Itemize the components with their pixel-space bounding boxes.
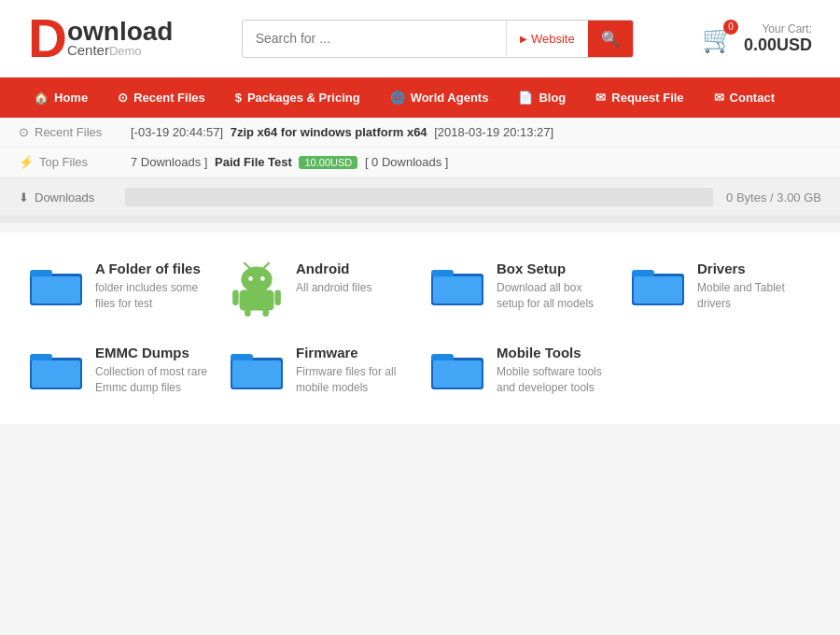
folder-icon-6 bbox=[429, 345, 485, 391]
recent-label: ⊙ Recent Files bbox=[19, 125, 131, 139]
folder-item-4[interactable]: EMMC Dumps Collection of most rare Emmc … bbox=[28, 345, 210, 396]
folder-desc-6: Mobile software tools and developer tool… bbox=[497, 364, 611, 396]
cart-badge: 0 bbox=[723, 20, 738, 35]
folder-info-5: Firmware Firmware files for all mobile m… bbox=[296, 345, 411, 396]
svg-rect-2 bbox=[32, 276, 80, 303]
logo-d: D bbox=[28, 11, 67, 65]
nav-blog[interactable]: 📄Blog bbox=[503, 78, 581, 118]
folder-desc-2: Download all box setup for all models bbox=[497, 280, 611, 312]
lightning-icon: ⚡ bbox=[19, 155, 34, 169]
nav-home[interactable]: 🏠Home bbox=[19, 78, 103, 118]
top-content: 7 Downloads ] Paid File Test 10.00USD [ … bbox=[131, 155, 821, 169]
folder-item-1[interactable]: Android All android files bbox=[229, 261, 411, 317]
svg-line-7 bbox=[263, 263, 269, 269]
logo-centerdemo: CenterDemo bbox=[67, 43, 174, 59]
svg-rect-1 bbox=[30, 270, 52, 277]
folder-desc-0: folder includes some files for test bbox=[95, 280, 210, 312]
svg-point-5 bbox=[260, 276, 265, 281]
folder-icon-0 bbox=[28, 261, 84, 307]
navigation: 🏠Home ⊙Recent Files $Packages & Pricing … bbox=[0, 78, 840, 118]
svg-rect-24 bbox=[232, 360, 281, 388]
svg-rect-14 bbox=[431, 270, 454, 277]
recent-icon: ⊙ bbox=[118, 91, 128, 105]
folder-info-3: Drivers Mobile and Tablet drivers bbox=[697, 261, 812, 312]
dollar-icon: $ bbox=[235, 91, 242, 105]
search-area: Website 🔍 bbox=[242, 20, 634, 58]
folder-item-0[interactable]: A Folder of files folder includes some f… bbox=[28, 261, 210, 317]
svg-point-3 bbox=[241, 266, 272, 292]
svg-rect-21 bbox=[32, 360, 80, 388]
folder-item-3[interactable]: Drivers Mobile and Tablet drivers bbox=[630, 261, 812, 317]
nav-recent-files[interactable]: ⊙Recent Files bbox=[103, 78, 220, 118]
search-button[interactable]: 🔍 bbox=[588, 21, 633, 57]
svg-point-4 bbox=[248, 276, 253, 281]
folder-desc-4: Collection of most rare Emmc dump files bbox=[95, 364, 210, 396]
svg-rect-26 bbox=[431, 354, 454, 361]
cart-label: Your Cart: bbox=[744, 22, 812, 35]
folder-desc-5: Firmware files for all mobile models bbox=[296, 364, 411, 396]
contact-icon: ✉ bbox=[714, 91, 724, 105]
folder-name-5: Firmware bbox=[296, 345, 411, 360]
nav-request-file[interactable]: ✉Request File bbox=[581, 78, 698, 118]
folder-info-1: Android All android files bbox=[296, 261, 411, 296]
top-label: ⚡ Top Files bbox=[19, 155, 131, 169]
header: D ownload CenterDemo Website 🔍 🛒 0 Your … bbox=[0, 0, 840, 78]
folder-icon-4 bbox=[28, 345, 84, 391]
progress-bar-container bbox=[125, 188, 713, 206]
svg-line-6 bbox=[245, 263, 250, 269]
folder-item-2[interactable]: Box Setup Download all box setup for all… bbox=[429, 261, 611, 317]
info-bar: ⊙ Recent Files [-03-19 20:44:57] 7zip x6… bbox=[0, 118, 840, 178]
cart-amount: 0.00USD bbox=[744, 35, 812, 55]
logo: D ownload CenterDemo bbox=[28, 11, 173, 65]
price-badge: 10.00USD bbox=[299, 156, 357, 169]
folder-name-4: EMMC Dumps bbox=[95, 345, 210, 360]
progress-size: 0 Bytes / 3.00 GB bbox=[726, 190, 821, 205]
downloads-bar: ⬇ Downloads 0 Bytes / 3.00 GB bbox=[0, 178, 840, 216]
nav-contact[interactable]: ✉Contact bbox=[699, 78, 790, 118]
nav-world-agents[interactable]: 🌐World Agents bbox=[375, 78, 504, 118]
folders-section: A Folder of files folder includes some f… bbox=[0, 233, 840, 424]
folder-desc-1: All android files bbox=[296, 280, 411, 296]
send-icon: ✉ bbox=[595, 91, 606, 105]
folder-name-3: Drivers bbox=[697, 261, 812, 276]
folder-icon-5 bbox=[229, 345, 285, 391]
svg-rect-15 bbox=[433, 276, 482, 303]
folder-info-6: Mobile Tools Mobile software tools and d… bbox=[497, 345, 611, 396]
svg-rect-27 bbox=[433, 360, 482, 388]
folder-item-6[interactable]: Mobile Tools Mobile software tools and d… bbox=[429, 345, 611, 396]
separator bbox=[0, 216, 840, 223]
svg-rect-12 bbox=[262, 308, 268, 317]
svg-rect-8 bbox=[240, 289, 274, 310]
downloads-label: ⬇ Downloads bbox=[19, 190, 112, 205]
folder-info-2: Box Setup Download all box setup for all… bbox=[497, 261, 611, 312]
recent-content: [-03-19 20:44:57] 7zip x64 for windows p… bbox=[131, 125, 821, 139]
folder-item-5[interactable]: Firmware Firmware files for all mobile m… bbox=[229, 345, 411, 396]
svg-rect-20 bbox=[30, 354, 52, 361]
svg-rect-18 bbox=[634, 276, 682, 303]
folder-info-4: EMMC Dumps Collection of most rare Emmc … bbox=[95, 345, 210, 396]
clock-icon: ⊙ bbox=[19, 125, 29, 139]
folder-name-6: Mobile Tools bbox=[497, 345, 611, 360]
search-input[interactable] bbox=[243, 21, 506, 55]
nav-packages-pricing[interactable]: $Packages & Pricing bbox=[220, 78, 375, 118]
logo-text: ownload CenterDemo bbox=[67, 18, 174, 58]
folder-icon-3 bbox=[630, 261, 686, 307]
svg-rect-9 bbox=[232, 289, 238, 305]
folder-desc-3: Mobile and Tablet drivers bbox=[697, 280, 812, 312]
home-icon: 🏠 bbox=[34, 91, 49, 105]
cart-area: 🛒 0 Your Cart: 0.00USD bbox=[702, 22, 812, 55]
folder-name-2: Box Setup bbox=[497, 261, 611, 276]
cart-text: Your Cart: 0.00USD bbox=[744, 22, 812, 55]
globe-icon: 🌐 bbox=[390, 91, 405, 105]
svg-rect-10 bbox=[274, 289, 280, 305]
svg-rect-23 bbox=[231, 354, 253, 361]
cart-icon-wrap[interactable]: 🛒 0 bbox=[702, 23, 735, 54]
folders-grid: A Folder of files folder includes some f… bbox=[28, 261, 812, 396]
top-files-row: ⚡ Top Files 7 Downloads ] Paid File Test… bbox=[0, 148, 840, 177]
folder-name-1: Android bbox=[296, 261, 411, 276]
folder-info-0: A Folder of files folder includes some f… bbox=[95, 261, 210, 312]
android-icon bbox=[229, 261, 285, 317]
search-website-label[interactable]: Website bbox=[507, 32, 588, 46]
folder-name-0: A Folder of files bbox=[95, 261, 210, 276]
blog-icon: 📄 bbox=[518, 91, 533, 105]
